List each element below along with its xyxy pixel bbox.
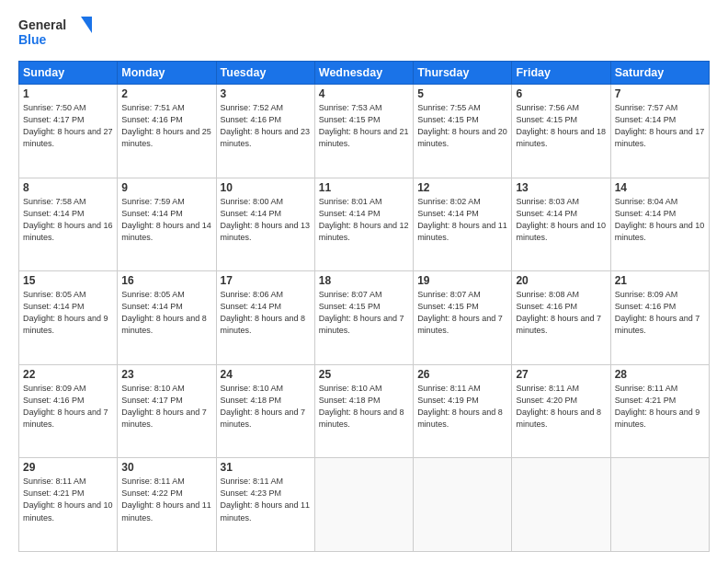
calendar-cell: 21Sunrise: 8:09 AMSunset: 4:16 PMDayligh… xyxy=(610,271,709,365)
day-info: Sunrise: 8:10 AMSunset: 4:17 PMDaylight:… xyxy=(121,383,211,431)
day-number: 8 xyxy=(23,181,113,194)
calendar-cell xyxy=(512,458,610,552)
day-number: 10 xyxy=(221,181,311,194)
day-info: Sunrise: 8:02 AMSunset: 4:14 PMDaylight:… xyxy=(417,196,507,244)
day-info: Sunrise: 8:06 AMSunset: 4:14 PMDaylight:… xyxy=(221,289,311,337)
day-info: Sunrise: 7:59 AMSunset: 4:14 PMDaylight:… xyxy=(121,196,211,244)
page: General Blue SundayMondayTuesdayWednesda… xyxy=(0,0,728,563)
day-info: Sunrise: 8:10 AMSunset: 4:18 PMDaylight:… xyxy=(221,383,311,431)
day-number: 11 xyxy=(319,181,409,194)
day-number: 24 xyxy=(221,368,311,381)
day-info: Sunrise: 8:05 AMSunset: 4:14 PMDaylight:… xyxy=(23,289,113,337)
calendar-cell: 1Sunrise: 7:50 AMSunset: 4:17 PMDaylight… xyxy=(19,85,118,178)
day-info: Sunrise: 8:10 AMSunset: 4:18 PMDaylight:… xyxy=(319,383,409,431)
calendar-cell: 26Sunrise: 8:11 AMSunset: 4:19 PMDayligh… xyxy=(414,364,512,458)
day-info: Sunrise: 8:09 AMSunset: 4:16 PMDaylight:… xyxy=(23,383,113,431)
day-info: Sunrise: 8:11 AMSunset: 4:22 PMDaylight:… xyxy=(121,476,211,523)
day-info: Sunrise: 8:01 AMSunset: 4:14 PMDaylight:… xyxy=(319,196,409,244)
day-info: Sunrise: 8:11 AMSunset: 4:20 PMDaylight:… xyxy=(516,383,606,431)
calendar-cell: 4Sunrise: 7:53 AMSunset: 4:15 PMDaylight… xyxy=(314,85,413,178)
calendar-cell: 2Sunrise: 7:51 AMSunset: 4:16 PMDaylight… xyxy=(118,85,216,178)
calendar-cell: 6Sunrise: 7:56 AMSunset: 4:15 PMDaylight… xyxy=(512,85,610,178)
day-number: 14 xyxy=(615,181,705,194)
calendar-cell: 3Sunrise: 7:52 AMSunset: 4:16 PMDaylight… xyxy=(216,85,314,178)
day-number: 19 xyxy=(417,274,507,287)
calendar-cell: 23Sunrise: 8:10 AMSunset: 4:17 PMDayligh… xyxy=(118,364,216,458)
calendar-cell: 19Sunrise: 8:07 AMSunset: 4:15 PMDayligh… xyxy=(414,271,512,365)
day-info: Sunrise: 8:11 AMSunset: 4:21 PMDaylight:… xyxy=(23,476,113,523)
day-info: Sunrise: 7:58 AMSunset: 4:14 PMDaylight:… xyxy=(23,196,113,244)
calendar-cell: 15Sunrise: 8:05 AMSunset: 4:14 PMDayligh… xyxy=(19,271,118,365)
weekday-friday: Friday xyxy=(512,62,610,85)
day-info: Sunrise: 7:57 AMSunset: 4:14 PMDaylight:… xyxy=(615,102,705,150)
day-number: 21 xyxy=(615,274,705,287)
logo: General Blue xyxy=(18,15,92,52)
day-info: Sunrise: 7:50 AMSunset: 4:17 PMDaylight:… xyxy=(23,102,113,150)
day-info: Sunrise: 8:08 AMSunset: 4:16 PMDaylight:… xyxy=(516,289,606,337)
calendar-cell: 24Sunrise: 8:10 AMSunset: 4:18 PMDayligh… xyxy=(216,364,314,458)
weekday-monday: Monday xyxy=(118,62,216,85)
header: General Blue xyxy=(18,15,710,52)
calendar-cell: 28Sunrise: 8:11 AMSunset: 4:21 PMDayligh… xyxy=(610,364,709,458)
day-number: 3 xyxy=(221,87,311,100)
day-number: 16 xyxy=(121,274,211,287)
calendar-cell: 22Sunrise: 8:09 AMSunset: 4:16 PMDayligh… xyxy=(19,364,118,458)
calendar-table: SundayMondayTuesdayWednesdayThursdayFrid… xyxy=(18,61,710,552)
calendar-cell: 11Sunrise: 8:01 AMSunset: 4:14 PMDayligh… xyxy=(314,178,413,271)
day-number: 20 xyxy=(516,274,606,287)
day-number: 25 xyxy=(319,368,409,381)
calendar-week-4: 29Sunrise: 8:11 AMSunset: 4:21 PMDayligh… xyxy=(19,458,710,552)
calendar-week-2: 15Sunrise: 8:05 AMSunset: 4:14 PMDayligh… xyxy=(19,271,710,365)
weekday-tuesday: Tuesday xyxy=(216,62,314,85)
weekday-sunday: Sunday xyxy=(19,62,118,85)
day-number: 18 xyxy=(319,274,409,287)
day-number: 17 xyxy=(221,274,311,287)
day-number: 5 xyxy=(417,87,507,100)
calendar-cell xyxy=(314,458,413,552)
day-info: Sunrise: 7:56 AMSunset: 4:15 PMDaylight:… xyxy=(516,102,606,150)
svg-text:General: General xyxy=(18,17,66,32)
day-number: 29 xyxy=(23,461,113,474)
day-info: Sunrise: 7:55 AMSunset: 4:15 PMDaylight:… xyxy=(417,102,507,150)
day-number: 26 xyxy=(417,368,507,381)
calendar-cell: 5Sunrise: 7:55 AMSunset: 4:15 PMDaylight… xyxy=(414,85,512,178)
weekday-wednesday: Wednesday xyxy=(314,62,413,85)
calendar-cell xyxy=(414,458,512,552)
day-info: Sunrise: 8:05 AMSunset: 4:14 PMDaylight:… xyxy=(121,289,211,337)
day-number: 31 xyxy=(221,461,311,474)
calendar-cell: 13Sunrise: 8:03 AMSunset: 4:14 PMDayligh… xyxy=(512,178,610,271)
day-info: Sunrise: 8:07 AMSunset: 4:15 PMDaylight:… xyxy=(319,289,409,337)
day-number: 27 xyxy=(516,368,606,381)
calendar-cell: 30Sunrise: 8:11 AMSunset: 4:22 PMDayligh… xyxy=(118,458,216,552)
day-number: 23 xyxy=(121,368,211,381)
day-info: Sunrise: 8:11 AMSunset: 4:21 PMDaylight:… xyxy=(615,383,705,431)
calendar-cell: 10Sunrise: 8:00 AMSunset: 4:14 PMDayligh… xyxy=(216,178,314,271)
calendar-cell: 14Sunrise: 8:04 AMSunset: 4:14 PMDayligh… xyxy=(610,178,709,271)
day-info: Sunrise: 8:11 AMSunset: 4:19 PMDaylight:… xyxy=(417,383,507,431)
calendar-week-0: 1Sunrise: 7:50 AMSunset: 4:17 PMDaylight… xyxy=(19,85,710,178)
day-number: 28 xyxy=(615,368,705,381)
calendar-cell xyxy=(610,458,709,552)
day-number: 15 xyxy=(23,274,113,287)
day-info: Sunrise: 8:03 AMSunset: 4:14 PMDaylight:… xyxy=(516,196,606,244)
calendar-week-3: 22Sunrise: 8:09 AMSunset: 4:16 PMDayligh… xyxy=(19,364,710,458)
calendar-cell: 9Sunrise: 7:59 AMSunset: 4:14 PMDaylight… xyxy=(118,178,216,271)
calendar-cell: 31Sunrise: 8:11 AMSunset: 4:23 PMDayligh… xyxy=(216,458,314,552)
day-number: 4 xyxy=(319,87,409,100)
day-number: 13 xyxy=(516,181,606,194)
calendar-cell: 18Sunrise: 8:07 AMSunset: 4:15 PMDayligh… xyxy=(314,271,413,365)
day-info: Sunrise: 8:07 AMSunset: 4:15 PMDaylight:… xyxy=(417,289,507,337)
day-info: Sunrise: 8:04 AMSunset: 4:14 PMDaylight:… xyxy=(615,196,705,244)
calendar-cell: 16Sunrise: 8:05 AMSunset: 4:14 PMDayligh… xyxy=(118,271,216,365)
day-info: Sunrise: 7:51 AMSunset: 4:16 PMDaylight:… xyxy=(121,102,211,150)
calendar-cell: 8Sunrise: 7:58 AMSunset: 4:14 PMDaylight… xyxy=(19,178,118,271)
logo-icon: General Blue xyxy=(18,15,92,52)
svg-marker-2 xyxy=(81,17,92,33)
day-number: 2 xyxy=(121,87,211,100)
day-number: 12 xyxy=(417,181,507,194)
day-info: Sunrise: 7:53 AMSunset: 4:15 PMDaylight:… xyxy=(319,102,409,150)
day-info: Sunrise: 8:09 AMSunset: 4:16 PMDaylight:… xyxy=(615,289,705,337)
day-info: Sunrise: 8:00 AMSunset: 4:14 PMDaylight:… xyxy=(221,196,311,244)
calendar-week-1: 8Sunrise: 7:58 AMSunset: 4:14 PMDaylight… xyxy=(19,178,710,271)
weekday-saturday: Saturday xyxy=(610,62,709,85)
